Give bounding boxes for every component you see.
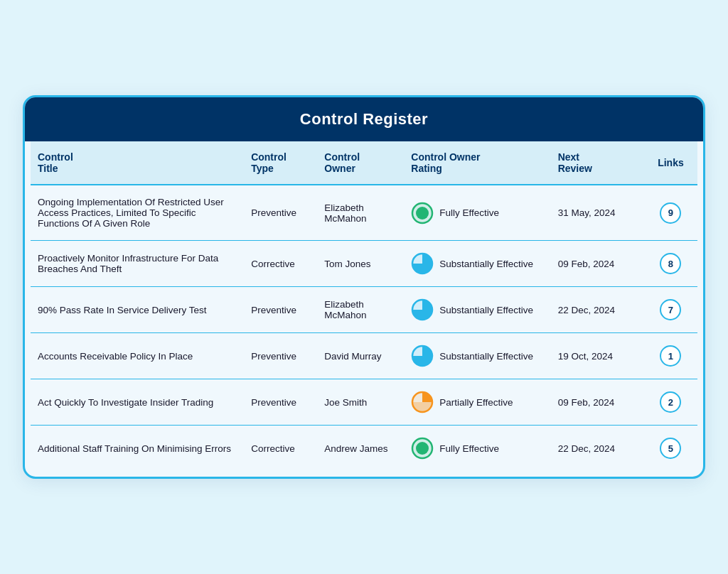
rating-label: Partially Effective [439,397,513,408]
col-header-links: Links [644,141,697,185]
rating-label: Substantially Effective [439,259,533,269]
cell-review: 09 Feb, 2024 [551,379,644,426]
table-wrapper: ControlTitle ControlType ControlOwner Co… [25,141,703,477]
svg-point-2 [416,207,429,220]
control-table: ControlTitle ControlType ControlOwner Co… [31,141,697,471]
links-badge[interactable]: 2 [660,391,681,413]
cell-owner: Andrew James [317,426,404,472]
rating-icon [411,345,434,367]
table-row: Additional Staff Training On Minimising … [31,426,697,472]
cell-title: 90% Pass Rate In Service Delivery Test [31,287,244,333]
cell-links[interactable]: 1 [644,333,697,379]
cell-links[interactable]: 7 [644,287,697,333]
col-header-rating: Control OwnerRating [404,141,550,185]
cell-type: Preventive [244,379,317,426]
svg-point-13 [416,442,429,455]
col-header-type: ControlType [244,141,317,185]
links-badge[interactable]: 1 [660,345,681,367]
cell-owner: Joe Smith [317,379,404,426]
cell-rating: Fully Effective [404,185,550,241]
table-row: Ongoing Implementation Of Restricted Use… [31,185,697,241]
rating-label: Substantially Effective [439,351,533,362]
rating-label: Fully Effective [439,207,499,218]
table-row: Proactively Monitor Infrastructure For D… [31,241,697,287]
cell-review: 22 Dec, 2024 [551,426,644,472]
cell-type: Preventive [244,287,317,333]
col-header-title: ControlTitle [31,141,244,185]
cell-owner: Tom Jones [317,241,404,287]
cell-type: Corrective [244,426,317,472]
cell-links[interactable]: 8 [644,241,697,287]
cell-review: 09 Feb, 2024 [551,241,644,287]
rating-icon [411,437,434,460]
cell-rating: Fully Effective [404,426,550,472]
cell-review: 22 Dec, 2024 [551,287,644,333]
cell-links[interactable]: 2 [644,379,697,426]
cell-title: Proactively Monitor Infrastructure For D… [31,241,244,287]
cell-links[interactable]: 9 [644,185,697,241]
cell-rating: Substantially Effective [404,333,550,379]
cell-links[interactable]: 5 [644,426,697,472]
rating-icon [411,202,434,224]
cell-review: 19 Oct, 2024 [551,333,644,379]
table-row: Act Quickly To Investigate Insider Tradi… [31,379,697,426]
rating-icon [411,298,434,321]
cell-owner: Elizabeth McMahon [317,287,404,333]
cell-type: Preventive [244,185,317,241]
rating-icon [411,391,434,413]
links-badge[interactable]: 5 [660,438,681,459]
rating-label: Fully Effective [439,443,499,454]
col-header-owner: ControlOwner [317,141,404,185]
cell-type: Preventive [244,333,317,379]
rating-label: Substantially Effective [439,305,533,315]
cell-type: Corrective [244,241,317,287]
cell-owner: Elizabeth McMahon [317,185,404,241]
rating-icon [411,252,434,275]
card-header: Control Register [25,97,703,141]
cell-rating: Substantially Effective [404,287,550,333]
card-title: Control Register [300,110,428,128]
cell-title: Act Quickly To Investigate Insider Tradi… [31,379,244,426]
cell-title: Accounts Receivable Policy In Place [31,333,244,379]
cell-rating: Substantially Effective [404,241,550,287]
links-badge[interactable]: 8 [660,253,681,274]
links-badge[interactable]: 9 [660,202,681,224]
table-header-row: ControlTitle ControlType ControlOwner Co… [31,141,697,185]
col-header-review: NextReview [551,141,644,185]
control-register-card: Control Register ControlTitle ControlTyp… [23,95,705,479]
table-row: Accounts Receivable Policy In PlacePreve… [31,333,697,379]
table-row: 90% Pass Rate In Service Delivery TestPr… [31,287,697,333]
cell-review: 31 May, 2024 [551,185,644,241]
cell-owner: David Murray [317,333,404,379]
cell-title: Additional Staff Training On Minimising … [31,426,244,472]
links-badge[interactable]: 7 [660,299,681,320]
cell-rating: Partially Effective [404,379,550,426]
cell-title: Ongoing Implementation Of Restricted Use… [31,185,244,241]
